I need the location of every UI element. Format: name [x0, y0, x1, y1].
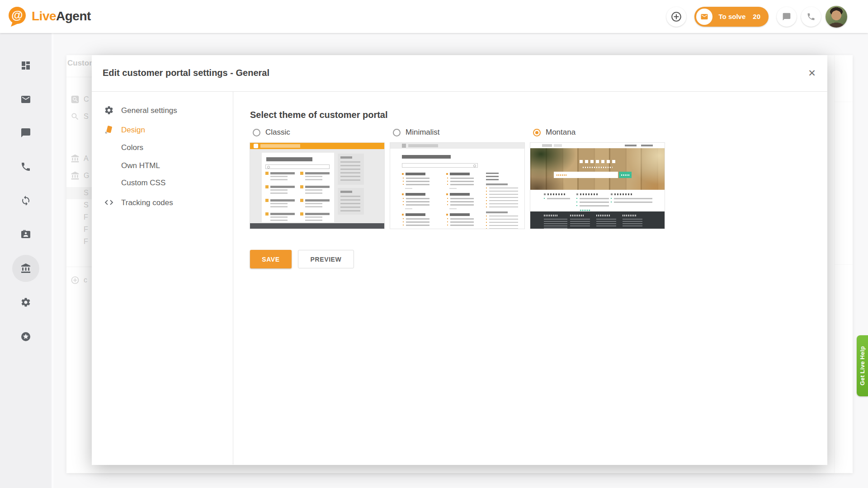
nav-item-tracking-codes[interactable]: Tracking codes: [92, 195, 233, 211]
gear-icon: [104, 105, 115, 116]
thumb-search: [554, 172, 618, 178]
dashboard-icon: [20, 60, 31, 71]
thumb-sidebar: [338, 154, 364, 218]
logo-text: LiveAgent: [32, 9, 91, 23]
bank-icon: [20, 263, 31, 274]
contact-card-icon: [20, 229, 31, 240]
radio-button-icon[interactable]: [533, 129, 541, 136]
sidebar-item-customer-portal[interactable]: [12, 255, 39, 282]
phone-icon: [807, 12, 816, 21]
chat-bubble-icon: [20, 127, 31, 138]
thumb-links-section: [530, 190, 665, 211]
code-icon: [104, 197, 115, 208]
theme-thumbnail-montana[interactable]: [530, 143, 665, 229]
sidebar-item-automation[interactable]: [12, 187, 39, 214]
sidebar-item-badges[interactable]: [12, 323, 39, 350]
theme-option-classic: Classic: [250, 127, 384, 229]
theme-option-montana: Montana: [530, 127, 665, 229]
to-solve-count: 20: [753, 13, 760, 20]
chat-header-button[interactable]: [777, 7, 797, 27]
theme-section-heading: Select theme of customer portal: [250, 110, 388, 120]
get-live-help-label: Get Live Help: [859, 346, 866, 385]
mail-icon: [20, 94, 31, 105]
sidebar-item-dashboard[interactable]: [12, 52, 39, 79]
svg-text:@: @: [11, 8, 23, 22]
theme-thumbnail-minimalist[interactable]: [390, 143, 524, 229]
thumb-search: [265, 164, 330, 169]
nav-item-own-html[interactable]: Own HTML: [92, 158, 233, 174]
nav-item-general-settings[interactable]: General settings: [92, 103, 233, 118]
modal-titlebar: Edit customer portal settings - General …: [92, 55, 827, 92]
modal-content: Select theme of customer portal Classic: [233, 92, 827, 465]
thumb-header: [390, 143, 524, 149]
thumb-header: [530, 143, 665, 148]
nav-item-colors[interactable]: Colors: [92, 140, 233, 155]
radio-button-icon[interactable]: [393, 129, 401, 136]
thumb-footer: [530, 211, 665, 229]
phone-icon: [20, 161, 31, 172]
thumb-search: [402, 163, 478, 168]
to-solve-badge[interactable]: To solve 20: [694, 7, 769, 27]
modal-nav: General settings Design Colors Own HTML …: [92, 92, 233, 465]
plus-circle-icon: [670, 11, 682, 23]
theme-thumbnail-classic[interactable]: [250, 143, 384, 229]
thumb-header: [250, 143, 384, 149]
user-avatar[interactable]: [826, 6, 847, 28]
thumb-sidebar: [486, 173, 520, 229]
save-button[interactable]: SAVE: [250, 250, 292, 268]
to-solve-label: To solve: [719, 13, 746, 20]
logo-bubble-icon: @: [6, 5, 28, 27]
phone-header-button[interactable]: [801, 7, 821, 27]
left-sidebar: [0, 33, 52, 488]
top-header: @ LiveAgent To solve 20: [0, 0, 868, 33]
sidebar-item-contacts[interactable]: [12, 221, 39, 248]
nav-item-custom-css[interactable]: Custom CSS: [92, 175, 233, 191]
theme-options: Classic: [250, 127, 665, 229]
design-icon: [104, 125, 115, 136]
edit-portal-settings-modal: Edit customer portal settings - General …: [92, 55, 827, 465]
sidebar-item-chat[interactable]: [12, 119, 39, 146]
add-button[interactable]: [666, 7, 686, 27]
radio-montana[interactable]: Montana: [530, 127, 665, 138]
thumb-hero-image: [530, 148, 665, 190]
loop-icon: [20, 195, 31, 206]
thumb-footer: [250, 223, 384, 229]
envelope-icon: [700, 13, 708, 21]
liveagent-logo[interactable]: @ LiveAgent: [6, 5, 91, 27]
thumb-main-panel: [262, 153, 334, 222]
theme-option-minimalist: Minimalist: [390, 127, 524, 229]
sidebar-item-calls[interactable]: [12, 153, 39, 180]
sidebar-item-mail[interactable]: [12, 86, 39, 113]
thumb-search-button: [619, 172, 632, 178]
sidebar-item-settings[interactable]: [12, 289, 39, 316]
close-icon[interactable]: ✕: [804, 65, 820, 81]
nav-item-design[interactable]: Design: [92, 122, 233, 138]
get-live-help-tab[interactable]: Get Live Help: [857, 335, 868, 396]
radio-button-icon[interactable]: [253, 129, 260, 136]
modal-title: Edit customer portal settings - General: [103, 68, 269, 78]
radio-classic[interactable]: Classic: [250, 127, 384, 138]
preview-button[interactable]: PREVIEW: [298, 250, 354, 268]
radio-minimalist[interactable]: Minimalist: [390, 127, 524, 138]
sidebar-divider: [52, 33, 54, 488]
chat-icon: [782, 12, 791, 21]
gear-icon: [20, 297, 31, 308]
star-badge-icon: [20, 331, 31, 342]
